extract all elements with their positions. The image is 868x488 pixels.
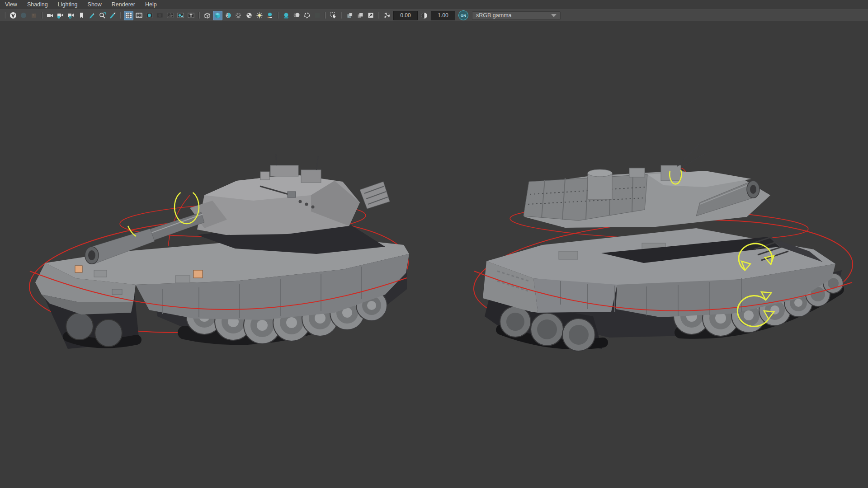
lock-camera-icon[interactable] <box>56 11 65 20</box>
field-chart-icon[interactable] <box>165 11 175 20</box>
tank-model-left[interactable] <box>35 154 409 349</box>
tank-model-right[interactable] <box>483 144 843 351</box>
motion-blur-icon[interactable] <box>292 11 301 20</box>
menu-show[interactable]: Show <box>83 0 107 9</box>
color-management-toggle[interactable]: ON <box>458 10 468 20</box>
resolution-gate-icon[interactable] <box>145 11 154 20</box>
toolbar-separator <box>341 12 342 19</box>
pick-tool-icon[interactable] <box>108 11 117 20</box>
toolbar-separator <box>277 12 278 19</box>
smooth-shade-icon[interactable] <box>213 11 222 20</box>
image-plane-dim-icon[interactable] <box>29 11 38 20</box>
xray-icon[interactable] <box>345 11 354 20</box>
safe-title-icon[interactable] <box>186 11 196 20</box>
view-transform-value: sRGB gamma <box>476 12 512 19</box>
menu-renderer[interactable]: Renderer <box>107 0 140 9</box>
toolbar-separator <box>120 12 121 19</box>
panel-menu-bar: View Shading Lighting Show Renderer Help <box>0 0 868 9</box>
film-gate-icon[interactable] <box>134 11 144 20</box>
camera-attributes-icon[interactable] <box>66 11 75 20</box>
menu-help[interactable]: Help <box>140 0 162 9</box>
xray-active-icon[interactable] <box>355 11 365 20</box>
contrast-icon[interactable] <box>420 11 429 20</box>
bookmark-view-icon[interactable] <box>76 11 86 20</box>
toolbar-separator <box>198 12 200 19</box>
anti-aliasing-icon[interactable] <box>302 11 311 20</box>
safe-action-icon[interactable] <box>176 11 185 20</box>
default-material-icon[interactable] <box>223 11 233 20</box>
shadows-icon[interactable] <box>265 11 274 20</box>
depth-of-field-icon[interactable] <box>312 11 322 20</box>
exposure-icon[interactable] <box>382 11 392 20</box>
toolbar-separator <box>41 12 42 19</box>
grease-pencil-icon[interactable] <box>87 11 96 20</box>
highlight-object-left-a[interactable] <box>75 266 82 272</box>
chevron-down-icon <box>551 14 557 17</box>
wireframe-on-shaded-icon[interactable] <box>234 11 243 20</box>
grid-icon[interactable] <box>124 11 133 20</box>
menu-shading[interactable]: Shading <box>22 0 53 9</box>
menu-view[interactable]: View <box>0 0 22 9</box>
textured-icon[interactable] <box>244 11 254 20</box>
wireframe-cube-icon[interactable] <box>203 11 212 20</box>
menu-lighting[interactable]: Lighting <box>53 0 83 9</box>
exposure-field[interactable] <box>393 11 418 20</box>
pan-zoom-tool-icon[interactable] <box>97 11 107 20</box>
scene-3d-view <box>0 0 868 488</box>
viewport-panel[interactable]: Verts: 246046 0 0 Edges: 259903 0 0 Face… <box>0 0 868 488</box>
select-camera-icon[interactable] <box>45 11 55 20</box>
toolbar-separator <box>325 12 326 19</box>
toolbar-separator <box>4 12 5 19</box>
highlight-object-left-b[interactable] <box>193 270 203 278</box>
plugin-shapes-icon[interactable] <box>366 11 375 20</box>
pan-zoom-2d-dim-icon[interactable] <box>19 11 28 20</box>
panel-toolbar: ON sRGB gamma <box>0 9 868 21</box>
toolbar-separator <box>378 12 379 19</box>
ssao-icon[interactable] <box>281 11 291 20</box>
renderer-badge-icon[interactable] <box>8 11 18 20</box>
view-transform-dropdown[interactable]: sRGB gamma <box>472 11 561 20</box>
use-all-lights-icon[interactable] <box>255 11 264 20</box>
gamma-field[interactable] <box>431 11 455 20</box>
isolate-select-icon[interactable] <box>329 11 338 20</box>
gate-mask-icon[interactable] <box>155 11 165 20</box>
